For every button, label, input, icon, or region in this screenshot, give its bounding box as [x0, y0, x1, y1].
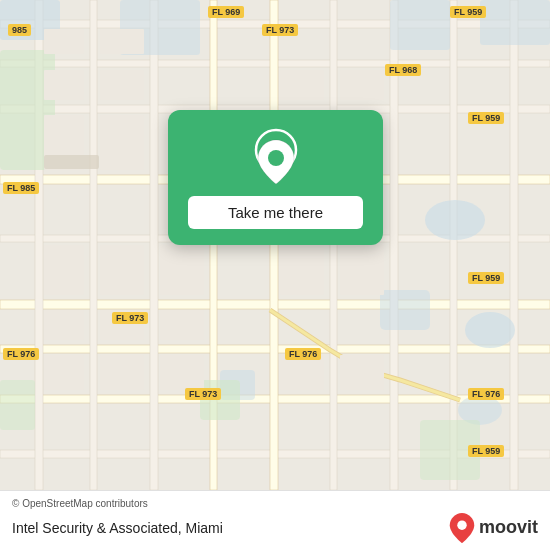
svg-rect-44	[160, 245, 204, 295]
svg-rect-43	[100, 245, 144, 295]
svg-rect-45	[280, 245, 324, 295]
moovit-logo: moovit	[448, 512, 538, 544]
svg-rect-53	[280, 355, 324, 390]
svg-rect-21	[390, 0, 450, 50]
svg-point-24	[465, 312, 515, 348]
osm-attribution: © OpenStreetMap contributors	[12, 498, 538, 509]
svg-point-58	[268, 150, 284, 166]
take-me-there-button[interactable]: Take me there	[188, 196, 363, 229]
svg-rect-12	[150, 0, 158, 490]
svg-rect-49	[160, 310, 204, 340]
svg-rect-39	[340, 70, 384, 100]
moovit-pin-icon	[448, 512, 476, 544]
svg-rect-29	[200, 380, 240, 420]
svg-rect-18	[510, 0, 518, 490]
bottom-info-bar: © OpenStreetMap contributors Intel Secur…	[0, 490, 550, 550]
svg-rect-51	[100, 355, 144, 390]
location-popup: Take me there	[168, 110, 383, 245]
svg-point-59	[457, 520, 466, 529]
svg-rect-54	[340, 355, 384, 390]
svg-rect-22	[480, 0, 550, 45]
svg-rect-33	[44, 70, 84, 100]
bottom-row: Intel Security & Associated, Miami moovi…	[12, 512, 538, 544]
svg-rect-35	[100, 70, 144, 100]
svg-rect-52	[160, 355, 204, 390]
svg-rect-34	[100, 29, 144, 54]
svg-point-23	[425, 200, 485, 240]
svg-rect-38	[280, 70, 324, 100]
svg-rect-46	[340, 245, 384, 295]
svg-rect-37	[100, 115, 144, 170]
svg-rect-48	[100, 310, 144, 340]
svg-rect-50	[44, 355, 84, 390]
svg-rect-30	[420, 420, 480, 480]
svg-rect-25	[380, 290, 430, 330]
svg-rect-17	[450, 0, 457, 490]
svg-rect-15	[330, 0, 337, 490]
map-pin-icon	[256, 138, 296, 186]
svg-rect-16	[390, 0, 398, 490]
svg-rect-32	[44, 29, 84, 54]
place-name: Intel Security & Associated, Miami	[12, 520, 223, 536]
map-view[interactable]: 985 FL 969 FL 959 FL 973 FL 968 FL 959 F…	[0, 0, 550, 490]
svg-rect-47	[44, 310, 84, 340]
moovit-text-label: moovit	[479, 517, 538, 538]
svg-rect-55	[44, 155, 99, 169]
svg-rect-31	[0, 380, 35, 430]
svg-rect-14	[270, 0, 278, 490]
svg-rect-42	[44, 245, 84, 295]
svg-rect-11	[90, 0, 97, 490]
